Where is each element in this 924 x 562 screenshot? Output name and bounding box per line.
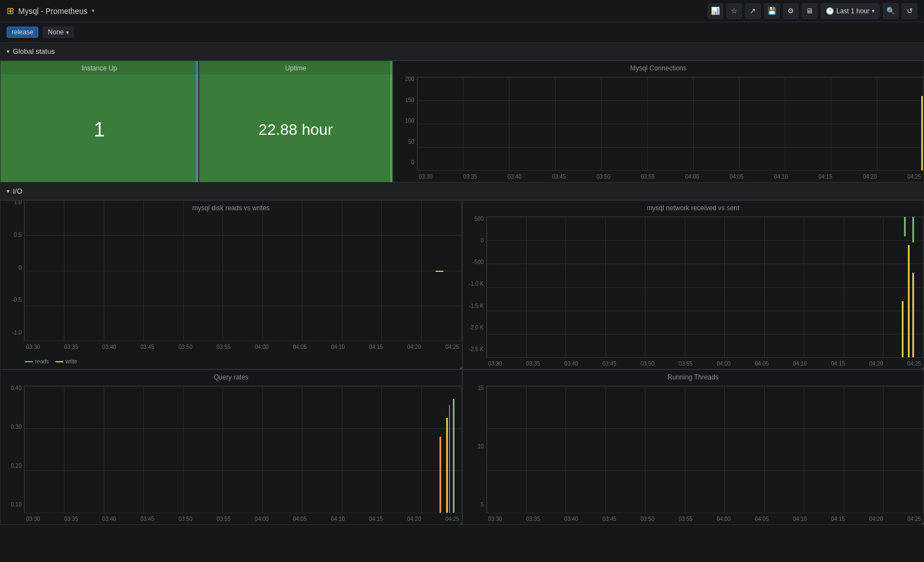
instance-up-title: Instance Up <box>1 61 198 74</box>
disk-grid <box>24 200 462 341</box>
network-resize-handle[interactable]: ◢ <box>919 364 923 369</box>
star-icon-btn[interactable]: ☆ <box>726 3 742 19</box>
section-title-global: Global status <box>13 47 55 55</box>
section-global-status[interactable]: ▾ Global status <box>0 43 924 60</box>
time-chevron: ▾ <box>872 8 875 14</box>
page-title: Mysql - Prometheus <box>18 7 87 16</box>
section-io[interactable]: ▾ I/O <box>0 183 924 200</box>
refresh-icon: ↺ <box>907 7 913 15</box>
section-collapse-icon: ▾ <box>7 48 9 54</box>
instance-up-bar <box>196 61 198 182</box>
chart-icon: 📊 <box>711 7 720 15</box>
query-grid <box>24 386 462 513</box>
panel-query-rates: Query rates 0.40 0.30 0.20 0.10 <box>0 369 462 525</box>
search-icon: 🔍 <box>886 7 895 15</box>
panel-disk-reads-writes: mysql disk reads vs writes 1.0 0.5 0 -0.… <box>0 200 462 369</box>
release-tag[interactable]: release <box>7 27 38 38</box>
disk-legend: reads write <box>1 357 102 367</box>
connections-xaxis: 03:30 03:35 03:40 03:45 03:50 03:55 04:0… <box>417 171 923 182</box>
refresh-btn[interactable]: ↺ <box>902 3 917 19</box>
query-chart: 0.40 0.30 0.20 0.10 <box>1 386 462 524</box>
settings-icon: ⚙ <box>787 7 794 15</box>
disk-chart: 1.0 0.5 0 -0.5 -1.0 <box>1 200 462 352</box>
io-row-1: mysql disk reads vs writes 1.0 0.5 0 -0.… <box>0 200 924 369</box>
share-icon-btn[interactable]: ↗ <box>745 3 761 19</box>
io-row-2: Query rates 0.40 0.30 0.20 0.10 <box>0 369 924 525</box>
filterbar: release None ▾ <box>0 22 924 43</box>
disk-reads-writes-title: mysql disk reads vs writes <box>1 201 462 214</box>
threads-yaxis: 15 10 5 <box>463 386 486 508</box>
clock-icon: 🕐 <box>826 7 834 15</box>
save-icon: 💾 <box>768 7 776 15</box>
panel-running-threads: Running Threads 15 10 5 <box>462 369 925 525</box>
network-grid <box>486 216 924 358</box>
topbar-right: 📊 ☆ ↗ 💾 ⚙ 🖥 🕐 Last 1 hour ▾ 🔍 ↺ <box>708 3 917 19</box>
panel-instance-up: Instance Up 1 <box>0 60 199 183</box>
legend-write: write <box>55 358 77 364</box>
network-yaxis: 500 0 -500 -1.0 K -1.5 K -2.0 K -2.5 K <box>463 216 486 352</box>
instance-up-value: 1 <box>94 78 105 182</box>
disk-resize-handle[interactable]: ◢ <box>457 364 462 369</box>
settings-icon-btn[interactable]: ⚙ <box>783 3 799 19</box>
none-filter[interactable]: None ▾ <box>43 27 74 38</box>
legend-reads: reads <box>25 358 49 364</box>
query-yaxis: 0.40 0.30 0.20 0.10 <box>1 386 24 508</box>
time-picker[interactable]: 🕐 Last 1 hour ▾ <box>821 3 880 19</box>
network-xaxis: 03:30 03:35 03:40 03:45 03:50 03:55 04:0… <box>486 358 924 369</box>
disk-yaxis: 1.0 0.5 0 -0.5 -1.0 <box>1 200 24 336</box>
uptime-bar <box>390 61 392 182</box>
connections-grid <box>417 77 923 171</box>
chart-icon-btn[interactable]: 📊 <box>708 3 723 19</box>
monitor-icon-btn[interactable]: 🖥 <box>802 3 817 19</box>
panel-network: mysql network received vs sent 500 0 -50… <box>462 200 925 369</box>
section-io-collapse-icon: ▾ <box>7 188 9 194</box>
global-status-row: Instance Up 1 Uptime 22.88 hour Mysql Co… <box>0 60 924 183</box>
uptime-value: 22.88 hour <box>259 78 333 182</box>
title-chevron[interactable]: ▾ <box>92 7 95 14</box>
threads-xaxis: 03:30 03:35 03:40 03:45 03:50 03:55 04:0… <box>486 513 924 524</box>
uptime-title: Uptime <box>199 61 392 74</box>
none-label: None <box>48 28 64 36</box>
none-chevron: ▾ <box>66 29 69 36</box>
time-label: Last 1 hour <box>836 7 870 15</box>
threads-resize-handle[interactable]: ◢ <box>919 520 923 524</box>
save-icon-btn[interactable]: 💾 <box>764 3 780 19</box>
threads-chart: 15 10 5 <box>463 386 924 524</box>
connections-yaxis: 200 150 100 50 0 <box>393 77 417 165</box>
search-btn[interactable]: 🔍 <box>883 3 898 19</box>
panel-uptime: Uptime 22.88 hour <box>199 60 393 183</box>
mysql-connections-title: Mysql Connections <box>393 61 923 74</box>
monitor-icon: 🖥 <box>806 7 813 15</box>
topbar: ⊞ Mysql - Prometheus ▾ 📊 ☆ ↗ 💾 ⚙ 🖥 🕐 Las… <box>0 0 924 22</box>
threads-grid <box>486 386 924 513</box>
network-title: mysql network received vs sent <box>463 201 924 214</box>
app-icon: ⊞ <box>7 6 14 16</box>
query-rates-title: Query rates <box>1 370 462 383</box>
star-icon: ☆ <box>731 7 738 15</box>
section-title-io: I/O <box>13 187 22 195</box>
disk-xaxis: 03:30 03:35 03:40 03:45 03:50 03:55 04:0… <box>24 341 462 352</box>
query-resize-handle[interactable]: ◢ <box>457 520 462 524</box>
mysql-connections-chart: 200 150 100 50 0 <box>393 77 923 182</box>
query-xaxis: 03:30 03:35 03:40 03:45 03:50 03:55 04:0… <box>24 513 462 524</box>
network-chart: 500 0 -500 -1.0 K -1.5 K -2.0 K -2.5 K <box>463 216 924 369</box>
share-icon: ↗ <box>750 7 756 15</box>
topbar-left: ⊞ Mysql - Prometheus ▾ <box>7 6 95 16</box>
running-threads-title: Running Threads <box>463 370 924 383</box>
panel-mysql-connections: Mysql Connections 200 150 100 50 0 <box>393 60 924 183</box>
